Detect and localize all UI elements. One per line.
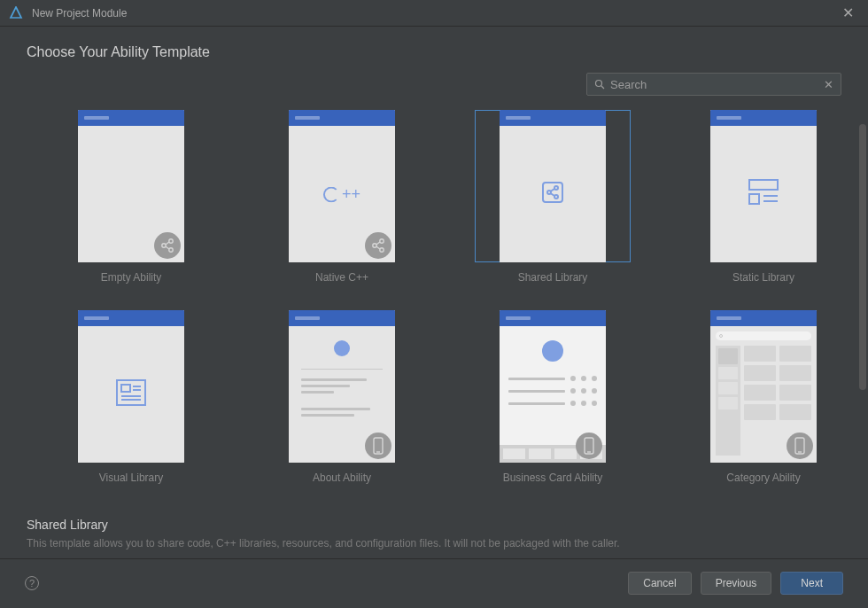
svg-point-0 (596, 81, 602, 87)
template-card-header (710, 310, 817, 326)
previous-button[interactable]: Previous (701, 572, 772, 595)
template-card-outline (78, 110, 184, 262)
template-card-outline (710, 310, 817, 463)
template-card (710, 110, 817, 262)
template-card (78, 110, 184, 262)
template-card (78, 310, 184, 463)
template-card-body (710, 326, 817, 463)
template-card-outline (710, 110, 817, 262)
template-about-ability[interactable]: About Ability (264, 310, 420, 484)
template-card-body (78, 126, 184, 262)
phone-badge-icon (365, 433, 391, 459)
svg-point-8 (380, 239, 384, 243)
template-shared-library[interactable]: Shared Library (475, 110, 631, 284)
svg-point-4 (169, 248, 173, 252)
template-card (500, 110, 606, 262)
svg-rect-32 (795, 438, 804, 454)
svg-rect-12 (543, 183, 562, 202)
selected-template-description: This template allows you to share code, … (27, 537, 841, 550)
svg-point-14 (554, 186, 558, 190)
template-category-ability[interactable]: Category Ability (686, 310, 841, 484)
svg-line-1 (601, 86, 604, 89)
search-row: ✕ (27, 73, 841, 96)
template-card-outline (475, 110, 631, 262)
share-badge-icon (154, 232, 181, 259)
template-card-header (289, 310, 395, 326)
app-icon (9, 6, 23, 20)
template-card (500, 310, 606, 463)
template-card-body (500, 126, 606, 262)
template-card-header (289, 110, 395, 126)
help-icon[interactable]: ? (25, 576, 39, 590)
template-label: Native C++ (315, 271, 368, 284)
template-card-body (710, 126, 817, 262)
cancel-button[interactable]: Cancel (628, 572, 691, 595)
template-card-outline (500, 310, 606, 463)
template-label: Visual Library (99, 472, 163, 484)
main-content: Choose Your Ability Template ✕ Empty Abi… (0, 27, 868, 558)
template-card (289, 310, 395, 463)
svg-line-16 (551, 189, 555, 191)
selected-template-title: Shared Library (27, 518, 841, 532)
svg-rect-23 (121, 385, 130, 392)
share-icon (540, 180, 565, 208)
template-business-card-ability[interactable]: Business Card Ability (475, 310, 631, 484)
template-card-header (78, 110, 184, 126)
template-card-body (78, 326, 184, 463)
description-area: Shared Library This template allows you … (27, 518, 841, 550)
template-card-outline (78, 310, 184, 463)
list-icon (748, 179, 779, 209)
template-grid: Empty Ability++Native C++Shared LibraryS… (27, 110, 829, 484)
svg-point-9 (380, 248, 384, 252)
template-label: Business Card Ability (503, 472, 603, 484)
template-card-header (500, 110, 606, 126)
template-card (710, 310, 817, 463)
svg-rect-18 (749, 180, 778, 190)
window-title: New Project Module (32, 7, 837, 19)
clear-search-icon[interactable]: ✕ (824, 78, 833, 91)
close-icon[interactable]: ✕ (837, 3, 859, 23)
page-title: Choose Your Ability Template (27, 44, 841, 60)
template-card-outline: ++ (289, 110, 395, 262)
scrollbar[interactable] (859, 124, 866, 505)
template-card-header (78, 310, 184, 326)
template-empty-ability[interactable]: Empty Ability (53, 110, 209, 284)
template-card-body (289, 326, 395, 463)
search-input[interactable] (610, 78, 824, 91)
svg-point-3 (169, 239, 173, 243)
svg-rect-19 (749, 194, 759, 204)
template-visual-library[interactable]: Visual Library (53, 310, 209, 484)
svg-line-11 (376, 246, 380, 249)
footer: ? Cancel Previous Next (0, 558, 868, 606)
next-button[interactable]: Next (780, 572, 843, 595)
cpp-icon: ++ (323, 185, 360, 204)
template-card-outline (289, 310, 395, 463)
svg-rect-28 (374, 438, 383, 454)
phone-badge-icon (576, 433, 602, 459)
svg-line-6 (166, 246, 169, 249)
svg-line-17 (551, 193, 555, 196)
template-card-header (710, 110, 817, 126)
svg-line-10 (376, 242, 380, 245)
share-badge-icon (365, 232, 391, 259)
template-label: Static Library (732, 271, 794, 284)
titlebar: New Project Module ✕ (0, 0, 868, 27)
template-card-body (500, 326, 606, 463)
template-static-library[interactable]: Static Library (686, 110, 841, 284)
template-card: ++ (289, 110, 395, 262)
search-field[interactable]: ✕ (586, 73, 841, 96)
template-label: Category Ability (726, 472, 800, 484)
scrollbar-thumb[interactable] (859, 124, 866, 390)
template-label: Empty Ability (101, 271, 162, 284)
document-icon (116, 379, 146, 409)
template-native-cpp[interactable]: ++Native C++ (264, 110, 420, 284)
svg-point-15 (554, 195, 558, 199)
template-scroll-area: Empty Ability++Native C++Shared LibraryS… (27, 110, 841, 491)
template-card-header (500, 310, 606, 326)
template-label: Shared Library (518, 271, 588, 284)
svg-line-5 (166, 242, 169, 245)
phone-badge-icon (787, 433, 813, 459)
template-card-body: ++ (289, 126, 395, 262)
svg-rect-30 (585, 438, 593, 454)
template-label: About Ability (313, 472, 371, 484)
